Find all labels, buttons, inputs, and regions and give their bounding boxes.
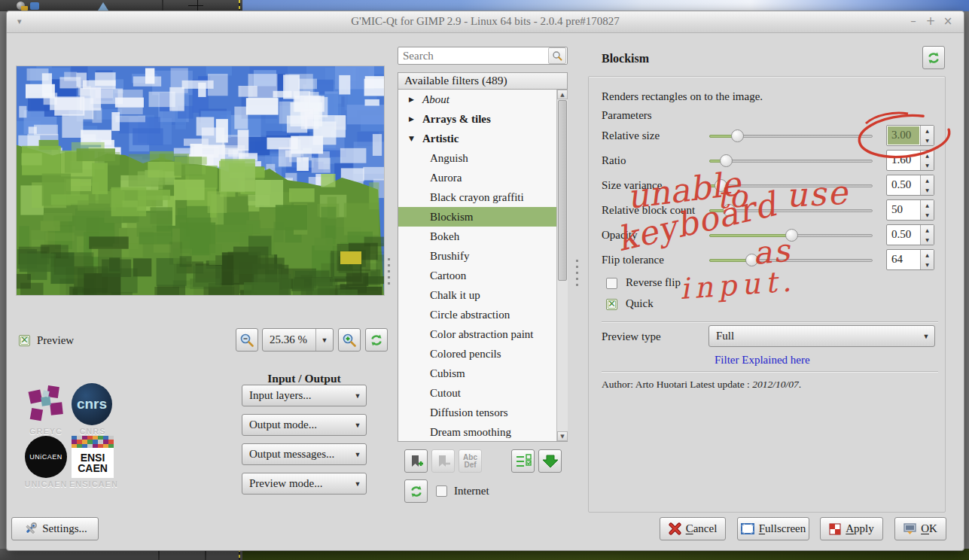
filter-item-diffusion-tensors[interactable]: Diffusion tensors [398, 403, 567, 422]
download-filters-button[interactable] [538, 449, 562, 473]
filter-item-bokeh[interactable]: Bokeh [398, 227, 567, 246]
preview-type-dropdown[interactable]: Full ▼ [708, 325, 935, 347]
update-filters-button[interactable] [404, 479, 428, 503]
fullscreen-button[interactable]: Fullscreen [737, 517, 809, 540]
splitter-handle[interactable] [387, 258, 390, 285]
filter-item-black-crayon-graffiti[interactable]: Black crayon graffiti [398, 187, 567, 207]
filter-item-color-abstraction-paint[interactable]: Color abstraction paint [398, 324, 567, 344]
zoom-in-button[interactable] [338, 328, 361, 352]
param-spinbox[interactable]: 3.00▲▼ [886, 125, 934, 146]
slider-handle[interactable] [715, 179, 727, 192]
spinbox-value[interactable]: 3.00 [888, 126, 919, 145]
minimize-button[interactable]: – [905, 14, 922, 28]
slider-handle[interactable] [723, 204, 736, 217]
add-favorite-button[interactable] [404, 449, 428, 473]
filter-item-dream-smoothing[interactable]: Dream smoothing [398, 422, 567, 442]
filter-item-cutout[interactable]: Cutout [398, 383, 567, 403]
search-input[interactable] [398, 49, 548, 63]
maximize-button[interactable]: + [922, 14, 939, 28]
param-spinbox[interactable]: 50▲▼ [886, 199, 934, 221]
scroll-up-icon[interactable]: ▲ [557, 90, 568, 99]
reverse-flip-checkbox[interactable] [606, 278, 617, 289]
slider-handle[interactable] [785, 229, 798, 242]
spin-down-icon[interactable]: ▼ [921, 135, 934, 145]
preview-mode-dropdown[interactable]: Preview mode...▼ [242, 473, 367, 495]
zoom-out-button[interactable] [236, 328, 258, 352]
splitter-handle[interactable] [575, 260, 578, 286]
filter-item-arrays-tiles[interactable]: ▶Arrays & tiles [398, 109, 567, 129]
param-spinbox[interactable]: 1.60▲▼ [886, 150, 934, 171]
close-button[interactable]: × [940, 14, 956, 28]
param-slider[interactable] [709, 249, 873, 272]
spinbox-value[interactable]: 64 [887, 250, 920, 269]
spin-down-icon[interactable]: ▼ [921, 210, 934, 220]
spin-down-icon[interactable]: ▼ [921, 160, 934, 170]
internet-checkbox[interactable] [436, 485, 447, 497]
filter-item-aurora[interactable]: Aurora [398, 168, 567, 187]
zoom-level-combo[interactable]: 25.36 % ▼ [262, 328, 334, 352]
spin-up-icon[interactable]: ▲ [921, 151, 934, 160]
settings-button[interactable]: Settings... [11, 517, 99, 540]
spinbox-value[interactable]: 50 [887, 200, 920, 220]
filter-item-artistic[interactable]: ▼Artistic [398, 129, 567, 148]
filter-tags-button[interactable] [511, 449, 535, 473]
titlebar[interactable]: ▾ G'MIC-Qt for GIMP 2.9 - Linux 64 bits … [7, 11, 964, 33]
search-button[interactable] [548, 47, 566, 64]
spin-down-icon[interactable]: ▼ [921, 185, 934, 195]
filter-item-colored-pencils[interactable]: Colored pencils [398, 344, 567, 364]
cancel-button[interactable]: Cancel [660, 517, 726, 540]
chevron-down-icon[interactable]: ▼ [315, 329, 333, 351]
slider-handle[interactable] [745, 254, 758, 266]
spinbox-value[interactable]: 1.60 [887, 151, 920, 170]
param-slider[interactable] [709, 175, 873, 197]
rename-favorite-button[interactable]: AbcDef [459, 449, 482, 473]
param-slider[interactable] [709, 150, 873, 172]
slider-handle[interactable] [720, 154, 733, 167]
param-slider[interactable] [709, 125, 873, 148]
remove-favorite-button[interactable] [431, 449, 455, 473]
chevron-down-icon[interactable]: ▼ [409, 135, 416, 142]
chevron-right-icon[interactable]: ▶ [409, 115, 416, 123]
preview-image[interactable] [16, 65, 385, 296]
panel-refresh-button[interactable] [922, 46, 945, 69]
filter-item-cubism[interactable]: Cubism [398, 364, 567, 383]
filter-description: Renders rectangles on to the image. [602, 90, 763, 103]
spin-up-icon[interactable]: ▲ [921, 225, 934, 235]
filter-item-anguish[interactable]: Anguish [398, 148, 567, 168]
filter-item-chalk-it-up[interactable]: Chalk it up [398, 285, 567, 305]
search-box[interactable] [398, 47, 568, 65]
param-spinbox[interactable]: 0.50▲▼ [886, 175, 934, 196]
filter-explained-link[interactable]: Filter Explained here [715, 354, 810, 367]
apply-button[interactable]: Apply [820, 517, 883, 540]
chevron-right-icon[interactable]: ▶ [409, 96, 416, 103]
filter-item-circle-abstraction[interactable]: Circle abstraction [398, 305, 567, 324]
spinbox-value[interactable]: 0.50 [887, 225, 920, 245]
filter-item-cartoon[interactable]: Cartoon [398, 266, 567, 285]
param-spinbox[interactable]: 0.50▲▼ [886, 224, 934, 245]
output-mode-dropdown[interactable]: Output mode...▼ [242, 414, 367, 436]
param-slider[interactable] [709, 199, 873, 222]
filter-list-scrollbar[interactable]: ▲ ▼ [556, 90, 568, 441]
ok-button[interactable]: OK [894, 517, 946, 540]
spinbox-value[interactable]: 0.50 [887, 175, 920, 195]
spin-up-icon[interactable]: ▲ [921, 200, 934, 210]
filter-item-about[interactable]: ▶About [398, 90, 567, 109]
scroll-down-icon[interactable]: ▼ [557, 431, 568, 441]
filter-list[interactable]: ▶About▶Arrays & tiles▼ArtisticAnguishAur… [398, 89, 568, 442]
spin-up-icon[interactable]: ▲ [921, 250, 934, 260]
output-messages-dropdown[interactable]: Output messages...▼ [242, 443, 367, 465]
filter-item-blockism[interactable]: Blockism [398, 207, 567, 227]
spin-down-icon[interactable]: ▼ [921, 235, 934, 245]
param-slider[interactable] [709, 224, 873, 247]
input-layers-dropdown[interactable]: Input layers...▼ [242, 385, 367, 406]
quick-checkbox[interactable] [606, 299, 617, 310]
filter-item-brushify[interactable]: Brushify [398, 246, 567, 266]
spin-up-icon[interactable]: ▲ [921, 175, 934, 185]
param-spinbox[interactable]: 64▲▼ [886, 249, 934, 270]
slider-handle[interactable] [731, 129, 744, 142]
spin-down-icon[interactable]: ▼ [921, 260, 934, 269]
preview-refresh-button[interactable] [365, 328, 388, 352]
preview-checkbox[interactable] [19, 335, 30, 346]
spin-up-icon[interactable]: ▲ [921, 126, 934, 135]
scrollbar-thumb[interactable] [558, 100, 567, 281]
